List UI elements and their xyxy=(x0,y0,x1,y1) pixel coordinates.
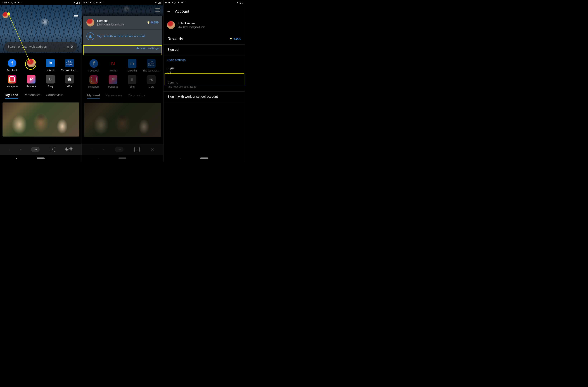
system-nav: ‹ xyxy=(0,155,82,162)
wifi-icon: ▼ xyxy=(236,1,239,4)
battery-icon: ▯ xyxy=(79,1,80,4)
status-bar: 6:21 ● △ ✦ ★ · ▼ ◢ ▯ xyxy=(164,0,245,5)
settings-list: Rewards 6,999 Sign out Sync settings Syn… xyxy=(164,33,245,102)
nav-back[interactable]: ‹ xyxy=(180,156,181,160)
speed-dial-grid: Facebook Linkedin TheWeatherChannelThe W… xyxy=(0,53,82,91)
overflow-button[interactable]: ⋯ xyxy=(31,147,40,152)
page-header: ← Account xyxy=(164,6,245,17)
circle-icon: ● xyxy=(171,1,173,4)
page-title: Account xyxy=(175,9,189,14)
nav-home[interactable] xyxy=(37,158,45,159)
feed-card[interactable] xyxy=(2,102,79,137)
user-email: jdlaukkonen@gmail.com xyxy=(178,26,205,28)
puzzle-icon: ✦ xyxy=(96,1,98,4)
dot-icon: · xyxy=(185,1,185,4)
hero-image: Search or enter web address ⎚ 🎤︎ xyxy=(0,5,82,53)
screen-2-account-panel: 6:21 ● △ ✦ ★ · ▼ ◢ ▯ Facebook Netflix Li… xyxy=(82,0,164,162)
instagram-icon xyxy=(8,75,16,83)
app-msn[interactable]: MSN xyxy=(61,75,78,88)
status-bar: 6:19 ● △ ✦ ★ · ▼ ◢ ▯ xyxy=(0,0,82,5)
back-arrow-icon[interactable]: ← xyxy=(167,9,171,14)
tabs-button[interactable]: 1 xyxy=(50,147,55,152)
tab-personalize[interactable]: Personalize xyxy=(24,93,41,99)
bing-icon xyxy=(46,75,55,83)
dot-icon: · xyxy=(21,1,22,4)
signal-icon: ◢ xyxy=(76,1,78,4)
star-icon: ★ xyxy=(18,1,20,4)
signal-icon: ◢ xyxy=(158,1,160,4)
rewards-value: 6,999 xyxy=(230,37,241,41)
weather-icon: TheWeatherChannel xyxy=(65,59,74,67)
search-bar[interactable]: Search or enter web address ⎚ 🎤︎ xyxy=(4,42,77,52)
work-signin-row[interactable]: 👤︎ Sign in with work or school account xyxy=(83,30,162,43)
work-signin-label: Sign in with work or school account xyxy=(97,35,145,38)
status-bar: 6:21 ● △ ✦ ★ · ▼ ◢ ▯ xyxy=(82,0,163,5)
battery-icon: ▯ xyxy=(160,1,162,4)
person-icon: 👤︎ xyxy=(86,32,94,40)
facebook-icon xyxy=(8,59,16,67)
work-signin-row[interactable]: Sign in with work or school account xyxy=(164,92,245,102)
tab-my-feed[interactable]: My Feed xyxy=(5,93,18,99)
clock: 6:21 xyxy=(84,1,88,4)
clock: 6:21 xyxy=(165,1,170,4)
trophy-icon xyxy=(230,37,232,41)
triangle-icon: △ xyxy=(174,1,176,4)
app-weather[interactable]: TheWeatherChannelThe Weather … xyxy=(61,59,78,72)
pandora-icon xyxy=(27,75,36,83)
mic-icon[interactable]: 🎤︎ xyxy=(71,45,74,49)
screen-1-home: 6:19 ● △ ✦ ★ · ▼ ◢ ▯ Search or enter web… xyxy=(0,0,82,162)
clock: 6:19 xyxy=(2,1,7,4)
app-bing[interactable]: Bing xyxy=(42,75,59,88)
app-linkedin[interactable]: Linkedin xyxy=(42,59,59,72)
trophy-icon xyxy=(147,21,150,24)
dot-icon: · xyxy=(103,1,104,4)
callout-ring xyxy=(25,59,36,70)
account-email: jdlaukkonen@gmail.com xyxy=(97,23,125,26)
callout-dot xyxy=(7,12,10,15)
feed-tabs: My Feed Personalize Coronavirus xyxy=(0,91,82,100)
callout-box xyxy=(83,45,162,55)
wifi-icon: ▼ xyxy=(73,1,75,4)
battery-icon: ▯ xyxy=(242,1,243,4)
account-user-row: jd laukkonen jdlaukkonen@gmail.com xyxy=(164,17,245,33)
triangle-icon: △ xyxy=(11,1,13,4)
tab-coronavirus[interactable]: Coronavirus xyxy=(46,93,63,99)
circle-icon: ● xyxy=(90,1,91,4)
rewards-badge[interactable]: 6,999 xyxy=(147,21,159,24)
screen-3-account-settings: 6:21 ● △ ✦ ★ · ▼ ◢ ▯ ← Account jd laukko… xyxy=(164,0,245,162)
wifi-icon: ▼ xyxy=(155,1,157,4)
personal-account-row[interactable]: Personal jdlaukkonen@gmail.com 6,999 xyxy=(83,16,162,30)
circle-icon: ● xyxy=(8,1,9,4)
system-nav: ‹ xyxy=(164,155,245,162)
triangle-icon: △ xyxy=(93,1,94,4)
rewards-label: Rewards xyxy=(168,37,183,41)
star-icon: ★ xyxy=(99,1,102,4)
camera-icon[interactable]: ⎚ xyxy=(67,45,69,49)
puzzle-icon: ✦ xyxy=(178,1,180,4)
callout-box xyxy=(165,73,244,85)
account-name: Personal xyxy=(97,19,125,23)
app-instagram[interactable]: Instagram xyxy=(3,75,21,88)
bottom-toolbar: ‹ › ⋯ 1 �共 xyxy=(0,144,82,155)
linkedin-icon xyxy=(46,59,55,67)
nav-back[interactable]: ‹ xyxy=(16,156,17,160)
app-facebook[interactable]: Facebook xyxy=(3,59,21,72)
avatar-icon xyxy=(167,21,175,29)
puzzle-icon: ✦ xyxy=(14,1,16,4)
star-icon: ★ xyxy=(181,1,183,4)
menu-button[interactable] xyxy=(74,14,78,17)
signal-icon: ◢ xyxy=(239,1,241,4)
sign-out-row[interactable]: Sign out xyxy=(164,45,245,55)
search-placeholder: Search or enter web address xyxy=(7,45,64,49)
rewards-row[interactable]: Rewards 6,999 xyxy=(164,33,245,45)
share-button[interactable]: �共 xyxy=(65,147,73,152)
avatar-icon xyxy=(86,19,94,26)
nav-home[interactable] xyxy=(200,158,208,159)
back-button[interactable]: ‹ xyxy=(9,147,10,152)
forward-button[interactable]: › xyxy=(20,147,21,152)
sync-settings-header: Sync settings xyxy=(164,55,245,63)
user-name: jd laukkonen xyxy=(178,22,205,25)
msn-icon xyxy=(65,75,74,83)
app-pandora[interactable]: Pandora xyxy=(22,75,40,88)
